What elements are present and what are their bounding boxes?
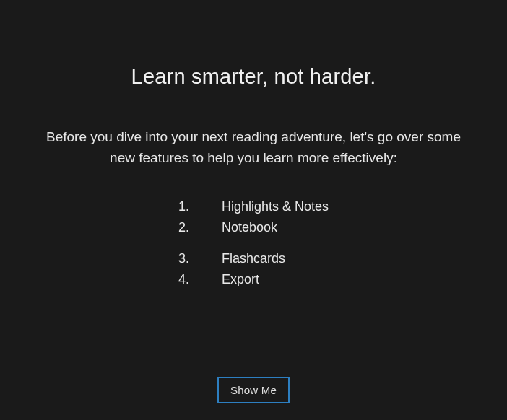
onboarding-panel: Learn smarter, not harder. Before you di… (0, 0, 507, 420)
cta-wrap: Show Me (217, 377, 290, 403)
show-me-button[interactable]: Show Me (217, 377, 290, 403)
list-item: 1. Highlights & Notes (178, 199, 329, 214)
feature-number: 4. (178, 272, 222, 287)
feature-label: Highlights & Notes (222, 199, 329, 214)
list-item: 4. Export (178, 272, 329, 287)
list-item: 3. Flashcards (178, 251, 329, 266)
page-title: Learn smarter, not harder. (131, 65, 376, 89)
feature-label: Export (222, 272, 259, 287)
feature-number: 3. (178, 251, 222, 266)
feature-number: 2. (178, 220, 222, 235)
feature-number: 1. (178, 199, 222, 214)
feature-label: Flashcards (222, 251, 285, 266)
list-item: 2. Notebook (178, 220, 329, 235)
feature-label: Notebook (222, 220, 277, 235)
feature-list: 1. Highlights & Notes 2. Notebook 3. Fla… (178, 199, 329, 287)
page-subtitle: Before you dive into your next reading a… (37, 126, 470, 169)
